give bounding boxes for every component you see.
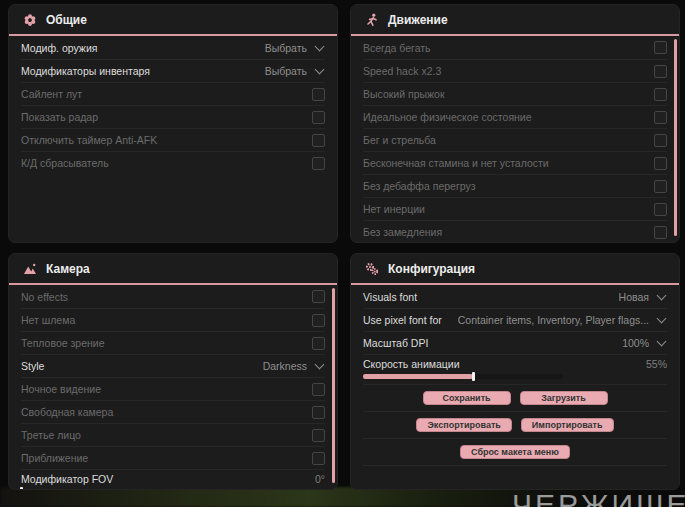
fov-modifier-slider[interactable] <box>21 489 221 490</box>
thermal-vision-checkbox[interactable] <box>312 337 325 350</box>
row-label: Модификатор FOV <box>21 473 113 485</box>
cooldown-reset-checkbox[interactable] <box>312 157 325 170</box>
gears-icon <box>365 262 379 276</box>
button-row: ЭкспортироватьИмпортировать <box>363 411 667 438</box>
inventory-mods-dropdown[interactable]: Выбрать <box>265 65 325 77</box>
save-button[interactable]: Сохранить <box>423 391 511 405</box>
no-overload-debuff-checkbox[interactable] <box>654 180 667 193</box>
chevron-down-icon <box>315 41 325 51</box>
third-person-checkbox[interactable] <box>312 429 325 442</box>
row-night-vision[interactable]: Ночное видение <box>21 377 325 400</box>
row-label: Третье лицо <box>21 429 81 441</box>
row-visuals-font: Visuals fontНовая <box>363 285 667 308</box>
pixel-font-for-dropdown[interactable]: Container items, Inventory, Player flags… <box>458 314 667 326</box>
no-inertia-checkbox[interactable] <box>654 203 667 216</box>
chevron-down-icon <box>315 360 325 370</box>
slider-value: 0° <box>315 473 325 485</box>
row-thermal-vision[interactable]: Тепловое зрение <box>21 331 325 354</box>
row-pixel-font-for: Use pixel font forContainer items, Inven… <box>363 308 667 331</box>
disable-antiafk-timer-checkbox[interactable] <box>312 134 325 147</box>
panel-config-header[interactable]: Конфигурация <box>351 254 679 285</box>
no-helmet-checkbox[interactable] <box>312 314 325 327</box>
no-effects-checkbox[interactable] <box>312 290 325 303</box>
row-no-slowdown[interactable]: Без замедления <box>363 220 667 243</box>
slider-handle[interactable] <box>20 487 23 490</box>
row-no-inertia[interactable]: Нет инерции <box>363 197 667 220</box>
row-label: Модиф. оружия <box>21 42 97 54</box>
row-label: Тепловое зрение <box>21 337 105 349</box>
row-label: Масштаб DPI <box>363 337 428 349</box>
row-run-and-shoot[interactable]: Бег и стрельба <box>363 128 667 151</box>
row-dpi-scale: Масштаб DPI100% <box>363 331 667 354</box>
panel-camera-header[interactable]: Камера <box>9 254 337 285</box>
row-label: Speed hack x2.3 <box>363 65 441 77</box>
row-label: Style <box>21 360 44 372</box>
free-camera-checkbox[interactable] <box>312 406 325 419</box>
row-label: Свободная камера <box>21 406 113 418</box>
dropdown-value: Новая <box>619 291 649 303</box>
row-disable-antiafk-timer[interactable]: Отключить таймер Anti-AFK <box>21 128 325 151</box>
scrollbar[interactable] <box>674 39 677 236</box>
row-label: К/Д сбрасыватель <box>21 157 109 169</box>
chevron-down-icon <box>657 337 667 347</box>
perfect-condition-checkbox[interactable] <box>654 111 667 124</box>
row-show-radar[interactable]: Показать радар <box>21 105 325 128</box>
no-slowdown-checkbox[interactable] <box>654 226 667 239</box>
row-label: Показать радар <box>21 111 98 123</box>
row-label: Бесконечная стамина и нет усталости <box>363 157 549 169</box>
row-fov-modifier: Модификатор FOV0° <box>21 469 325 490</box>
panel-general-header[interactable]: Общие <box>9 5 337 36</box>
slider-handle[interactable] <box>472 372 475 381</box>
run-and-shoot-checkbox[interactable] <box>654 134 667 147</box>
dropdown-value: Darkness <box>263 360 307 372</box>
row-always-run[interactable]: Всегда бегать <box>363 36 667 59</box>
row-label: Без замедления <box>363 226 442 238</box>
row-label: No effects <box>21 291 68 303</box>
row-silent-loot[interactable]: Сайлент лут <box>21 82 325 105</box>
import-button[interactable]: Импортировать <box>521 418 614 432</box>
panel-title: Конфигурация <box>388 262 475 276</box>
mod-menu-overlay: Общие Модиф. оружияВыбратьМодификаторы и… <box>0 0 685 507</box>
row-label: Модификаторы инвентаря <box>21 65 150 77</box>
row-cooldown-reset[interactable]: К/Д сбрасыватель <box>21 151 325 174</box>
infinite-stamina-checkbox[interactable] <box>654 157 667 170</box>
dropdown-value: Выбрать <box>265 42 307 54</box>
zoom-checkbox[interactable] <box>312 452 325 465</box>
style-dropdown[interactable]: Darkness <box>263 360 325 372</box>
row-no-effects[interactable]: No effects <box>21 285 325 308</box>
row-perfect-condition[interactable]: Идеальное физическое состояние <box>363 105 667 128</box>
dpi-scale-dropdown[interactable]: 100% <box>622 337 667 349</box>
row-infinite-stamina[interactable]: Бесконечная стамина и нет усталости <box>363 151 667 174</box>
weapon-mods-dropdown[interactable]: Выбрать <box>265 42 325 54</box>
row-label: Сайлент лут <box>21 88 82 100</box>
reset-layout-button[interactable]: Сброс макета меню <box>460 445 570 459</box>
visuals-font-dropdown[interactable]: Новая <box>619 291 667 303</box>
row-inventory-mods: Модификаторы инвентаряВыбрать <box>21 59 325 82</box>
show-radar-checkbox[interactable] <box>312 111 325 124</box>
speed-hack-checkbox[interactable] <box>654 65 667 78</box>
scrollbar[interactable] <box>332 288 335 483</box>
row-speed-hack[interactable]: Speed hack x2.3 <box>363 59 667 82</box>
runner-icon <box>365 13 379 27</box>
row-label: Всегда бегать <box>363 42 431 54</box>
mountains-icon <box>23 262 37 276</box>
high-jump-checkbox[interactable] <box>654 88 667 101</box>
row-free-camera[interactable]: Свободная камера <box>21 400 325 423</box>
row-animation-speed: Скорость анимации55% <box>363 354 667 384</box>
row-no-helmet[interactable]: Нет шлема <box>21 308 325 331</box>
row-label: Приближение <box>21 452 88 464</box>
row-no-overload-debuff[interactable]: Без дебаффа перегруз <box>363 174 667 197</box>
row-high-jump[interactable]: Высокий прыжок <box>363 82 667 105</box>
row-third-person[interactable]: Третье лицо <box>21 423 325 446</box>
panel-movement-header[interactable]: Движение <box>351 5 679 36</box>
always-run-checkbox[interactable] <box>654 41 667 54</box>
animation-speed-slider[interactable] <box>363 374 563 379</box>
row-label: Нет шлема <box>21 314 75 326</box>
row-zoom[interactable]: Приближение <box>21 446 325 469</box>
night-vision-checkbox[interactable] <box>312 383 325 396</box>
panel-title: Общие <box>46 13 87 27</box>
silent-loot-checkbox[interactable] <box>312 88 325 101</box>
load-button[interactable]: Загрузить <box>520 391 608 405</box>
panel-title: Движение <box>388 13 448 27</box>
export-button[interactable]: Экспортировать <box>416 418 511 432</box>
